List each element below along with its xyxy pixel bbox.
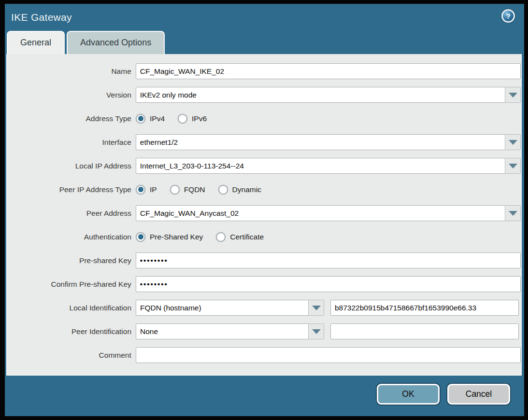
preshared-key-row: Pre-shared Key bbox=[7, 252, 521, 268]
peer-ip-address-type-row: Peer IP Address Type IP FQDN Dynamic bbox=[7, 182, 521, 197]
local-identification-dropdown-button[interactable] bbox=[308, 300, 324, 316]
peer-type-ip-option[interactable]: IP bbox=[136, 185, 157, 195]
peer-identification-row: Peer Identification None bbox=[7, 323, 521, 339]
peer-address-row: Peer Address CF_Magic_WAN_Anycast_02 bbox=[7, 205, 521, 221]
help-button[interactable]: ? bbox=[501, 9, 515, 23]
tab-advanced-options[interactable]: Advanced Options bbox=[67, 31, 165, 54]
name-input[interactable] bbox=[136, 63, 521, 79]
peer-identification-dropdown-button[interactable] bbox=[308, 323, 324, 339]
authentication-row: Authentication Pre-Shared Key Certificat… bbox=[7, 229, 521, 245]
local-ip-address-dropdown-button[interactable] bbox=[505, 158, 521, 174]
chevron-down-icon bbox=[509, 211, 517, 216]
interface-row: Interface ethernet1/2 bbox=[7, 134, 521, 150]
radio-unselected-icon bbox=[216, 232, 226, 242]
version-dropdown-button[interactable] bbox=[505, 87, 521, 103]
peer-type-dynamic-option[interactable]: Dynamic bbox=[218, 185, 261, 195]
peer-address-dropdown[interactable]: CF_Magic_WAN_Anycast_02 bbox=[136, 205, 521, 221]
chevron-down-icon bbox=[312, 329, 321, 334]
confirm-preshared-key-input[interactable] bbox=[136, 276, 521, 292]
address-type-radio-group: IPv4 IPv6 bbox=[136, 114, 220, 124]
chevron-down-icon bbox=[509, 140, 517, 145]
auth-certificate-option[interactable]: Certificate bbox=[216, 232, 264, 242]
cancel-button[interactable]: Cancel bbox=[447, 384, 510, 405]
peer-ip-address-type-radio-group: IP FQDN Dynamic bbox=[136, 185, 274, 195]
interface-label: Interface bbox=[13, 138, 131, 147]
address-type-ipv6-option[interactable]: IPv6 bbox=[178, 114, 207, 124]
version-dropdown[interactable]: IKEv2 only mode bbox=[136, 87, 521, 103]
confirm-preshared-key-row: Confirm Pre-shared Key bbox=[7, 276, 521, 292]
peer-address-label: Peer Address bbox=[13, 209, 131, 218]
authentication-radio-group: Pre-Shared Key Certificate bbox=[136, 232, 277, 242]
comment-label: Comment bbox=[13, 351, 131, 360]
version-selected-value: IKEv2 only mode bbox=[136, 87, 505, 103]
peer-type-fqdn-option[interactable]: FQDN bbox=[170, 185, 205, 195]
chevron-down-icon bbox=[509, 93, 517, 98]
authentication-label: Authentication bbox=[13, 233, 131, 241]
radio-selected-icon bbox=[136, 185, 145, 195]
address-type-label: Address Type bbox=[13, 114, 131, 123]
preshared-key-label: Pre-shared Key bbox=[13, 256, 131, 265]
confirm-preshared-key-label: Confirm Pre-shared Key bbox=[13, 280, 131, 289]
version-row: Version IKEv2 only mode bbox=[7, 87, 521, 103]
chevron-down-icon bbox=[312, 306, 321, 310]
dialog-title: IKE Gateway bbox=[11, 12, 72, 23]
address-type-ipv4-option[interactable]: IPv4 bbox=[136, 114, 165, 124]
name-label: Name bbox=[13, 67, 131, 76]
ipv4-label: IPv4 bbox=[150, 114, 165, 123]
comment-input[interactable] bbox=[136, 347, 521, 363]
version-label: Version bbox=[13, 91, 131, 99]
radio-unselected-icon bbox=[178, 114, 187, 124]
question-mark-icon: ? bbox=[506, 13, 510, 20]
peer-address-dropdown-button[interactable] bbox=[505, 205, 521, 221]
local-ip-address-label: Local IP Address bbox=[13, 162, 131, 170]
fqdn-label: FQDN bbox=[184, 185, 205, 194]
local-identification-type-value: FQDN (hostname) bbox=[136, 300, 309, 316]
dynamic-label: Dynamic bbox=[232, 185, 261, 194]
local-identification-type-dropdown[interactable]: FQDN (hostname) bbox=[136, 300, 324, 316]
peer-identification-type-value: None bbox=[136, 323, 309, 339]
name-row: Name bbox=[7, 63, 521, 79]
peer-identification-type-dropdown[interactable]: None bbox=[136, 323, 324, 339]
auth-preshared-key-option[interactable]: Pre-Shared Key bbox=[136, 232, 203, 242]
radio-selected-icon bbox=[136, 232, 145, 242]
preshared-key-option-label: Pre-Shared Key bbox=[150, 233, 203, 241]
ipv6-label: IPv6 bbox=[192, 114, 207, 123]
local-ip-address-row: Local IP Address Internet_L3_203-0-113-2… bbox=[7, 158, 521, 174]
dialog-footer: OK Cancel bbox=[5, 376, 524, 405]
local-identification-value-input[interactable] bbox=[330, 300, 519, 316]
peer-identification-label: Peer Identification bbox=[13, 327, 131, 336]
interface-dropdown-button[interactable] bbox=[505, 134, 521, 150]
peer-identification-value-input[interactable] bbox=[330, 323, 519, 339]
dialog-frame: IKE Gateway ? General Advanced Options N… bbox=[0, 0, 528, 420]
certificate-option-label: Certificate bbox=[230, 233, 264, 241]
local-ip-address-selected-value: Internet_L3_203-0-113-254--24 bbox=[136, 158, 505, 174]
ike-gateway-dialog: IKE Gateway ? General Advanced Options N… bbox=[5, 4, 524, 416]
peer-address-selected-value: CF_Magic_WAN_Anycast_02 bbox=[136, 205, 505, 221]
tab-general[interactable]: General bbox=[7, 31, 65, 54]
ip-label: IP bbox=[150, 185, 157, 194]
interface-selected-value: ethernet1/2 bbox=[136, 134, 505, 150]
address-type-row: Address Type IPv4 IPv6 bbox=[7, 111, 521, 126]
radio-selected-icon bbox=[136, 114, 145, 124]
radio-unselected-icon bbox=[170, 185, 180, 195]
local-identification-label: Local Identification bbox=[13, 304, 131, 312]
chevron-down-icon bbox=[509, 164, 517, 168]
titlebar: IKE Gateway ? bbox=[5, 4, 524, 31]
comment-row: Comment bbox=[7, 347, 521, 363]
interface-dropdown[interactable]: ethernet1/2 bbox=[136, 134, 521, 150]
preshared-key-input[interactable] bbox=[136, 252, 521, 268]
ok-button[interactable]: OK bbox=[377, 384, 440, 405]
tab-bar: General Advanced Options bbox=[5, 31, 524, 54]
local-ip-address-dropdown[interactable]: Internet_L3_203-0-113-254--24 bbox=[136, 158, 521, 174]
peer-ip-address-type-label: Peer IP Address Type bbox=[13, 185, 131, 194]
local-identification-row: Local Identification FQDN (hostname) bbox=[7, 300, 521, 316]
general-tab-panel: Name Version IKEv2 only mode Address Typ… bbox=[6, 54, 522, 376]
radio-unselected-icon bbox=[218, 185, 228, 195]
